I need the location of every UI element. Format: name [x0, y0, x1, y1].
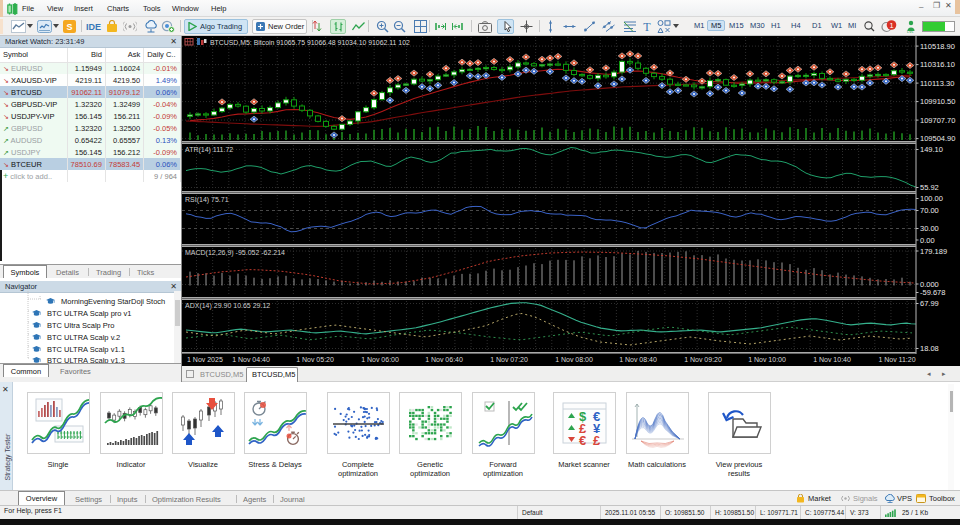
svg-text:109504.90: 109504.90	[920, 134, 955, 143]
svg-text:€: €	[579, 433, 586, 448]
svg-text:RSI(14) 75.71: RSI(14) 75.71	[185, 196, 229, 204]
svg-text:109707.70: 109707.70	[920, 116, 955, 125]
svg-text:1 Nov 06:40: 1 Nov 06:40	[425, 356, 463, 363]
svg-text:1 Nov 07:20: 1 Nov 07:20	[490, 356, 528, 363]
svg-text:1 Nov 10:00: 1 Nov 10:00	[748, 356, 786, 363]
svg-text:110518.90: 110518.90	[920, 42, 955, 51]
svg-text:67.99: 67.99	[920, 299, 939, 308]
svg-text:S: S	[66, 22, 72, 32]
svg-text:MACD(12,26,9) -95.052 -62.214: MACD(12,26,9) -95.052 -62.214	[185, 249, 285, 257]
svg-text:110113.30: 110113.30	[920, 79, 954, 88]
svg-text:1 Nov 08:40: 1 Nov 08:40	[619, 356, 657, 363]
svg-text:18.08: 18.08	[920, 344, 939, 353]
svg-text:70.00: 70.00	[920, 206, 939, 215]
svg-text:1 Nov 11:20: 1 Nov 11:20	[878, 356, 915, 363]
svg-text:179.189: 179.189	[920, 247, 947, 256]
svg-text:T: T	[643, 20, 651, 33]
svg-text:LVL: LVL	[907, 29, 915, 34]
svg-text:1 Nov 08:00: 1 Nov 08:00	[555, 356, 593, 363]
svg-text:109910.50: 109910.50	[920, 97, 955, 106]
svg-text:ADX(14) 29.90 10.65 29.12: ADX(14) 29.90 10.65 29.12	[185, 302, 270, 310]
svg-text:1 Nov 09:20: 1 Nov 09:20	[684, 356, 722, 363]
svg-text:149.10: 149.10	[920, 145, 943, 154]
svg-text:-59.678: -59.678	[920, 288, 945, 297]
svg-text:1 Nov 05:20: 1 Nov 05:20	[296, 356, 334, 363]
svg-text:1 Nov 2025: 1 Nov 2025	[187, 356, 223, 363]
svg-text:100.00: 100.00	[920, 194, 943, 203]
svg-text:0.00: 0.00	[920, 236, 935, 245]
svg-text:ATR(14) 111.72: ATR(14) 111.72	[185, 146, 233, 154]
svg-text:1 Nov 10:40: 1 Nov 10:40	[813, 356, 851, 363]
svg-text:55.92: 55.92	[920, 183, 939, 192]
svg-text:1: 1	[889, 21, 893, 30]
svg-text:110316.10: 110316.10	[920, 60, 955, 69]
svg-text:30.00: 30.00	[920, 224, 939, 233]
svg-text:1 Nov 04:40: 1 Nov 04:40	[232, 356, 270, 363]
svg-text:IDE: IDE	[86, 22, 101, 32]
svg-text:£: £	[593, 433, 601, 448]
svg-text:BTCUSD,M5: Bitcoin 91065.75 91: BTCUSD,M5: Bitcoin 91065.75 91066.48 910…	[210, 39, 410, 46]
svg-text:1 Nov 06:00: 1 Nov 06:00	[361, 356, 399, 363]
